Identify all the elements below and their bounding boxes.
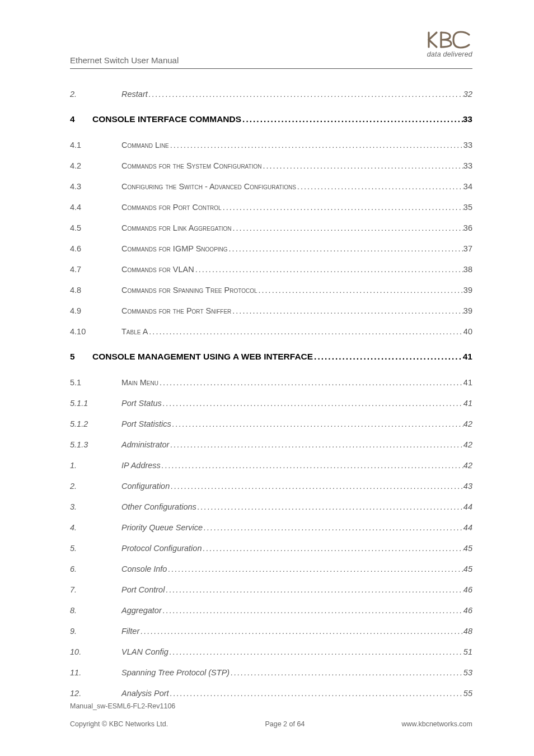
toc-entry-page: 42 (463, 419, 472, 428)
toc-entry: 2.Restart32 (70, 83, 472, 104)
toc-leader-dots (169, 141, 463, 150)
toc-entry-number: 12. (70, 689, 121, 698)
toc-entry-page: 44 (463, 523, 472, 532)
toc-entry: 10.VLAN Config51 (70, 641, 472, 662)
toc-entry: 11.Spanning Tree Protocol (STP)53 (70, 662, 472, 683)
toc-entry-label: Analysis Port (121, 689, 169, 698)
toc-entry: 5.1.2Port Statistics42 (70, 413, 472, 434)
toc-entry: 4.5Commands for Link Aggregation36 (70, 217, 472, 238)
toc-leader-dots (169, 689, 463, 698)
toc-entry-label: Restart (121, 90, 148, 99)
toc-entry: 5.1.1Port Status41 (70, 393, 472, 413)
toc-entry: 4.2Commands for the System Configuration… (70, 155, 472, 176)
toc-entry: 8.Aggregator46 (70, 600, 472, 620)
toc-entry-page: 42 (463, 440, 472, 449)
toc-leader-dots (203, 523, 463, 532)
toc-entry-label: Commands for Spanning Tree Protocol (121, 286, 257, 295)
toc-leader-dots (171, 419, 463, 428)
toc-entry-number: 5.1.3 (70, 440, 121, 449)
toc-entry-label: Table A (121, 327, 148, 336)
footer-revision: Manual_sw-ESML6-FL2-Rev1106 (70, 702, 472, 710)
toc-leader-dots (231, 306, 463, 315)
toc-entry: 5.Protocol Configuration45 (70, 538, 472, 558)
toc-entry-page: 39 (463, 306, 472, 315)
toc-entry-page: 44 (463, 502, 472, 511)
toc-entry-number: 6. (70, 564, 121, 573)
toc-entry-label: Port Statistics (121, 419, 171, 428)
toc-entry-number: 7. (70, 585, 121, 594)
toc-entry-page: 35 (463, 203, 472, 212)
toc-entry: 5CONSOLE MANAGEMENT USING A WEB INTERFAC… (70, 342, 472, 372)
toc-entry: 4.1Command Line33 (70, 134, 472, 155)
toc-entry-label: Command Line (121, 141, 169, 150)
toc-entry-page: 33 (463, 114, 472, 124)
toc-entry: 6.Console Info45 (70, 558, 472, 579)
toc-entry-page: 40 (463, 327, 472, 336)
toc-leader-dots (170, 482, 463, 491)
toc-entry: 4.4Commands for Port Control35 (70, 197, 472, 217)
toc-entry: 2.Configuration43 (70, 475, 472, 496)
toc-leader-dots (222, 203, 463, 212)
footer-copyright: Copyright © KBC Networks Ltd. (70, 720, 168, 728)
toc-entry-number: 9. (70, 627, 121, 636)
toc-entry-number: 4.4 (70, 203, 121, 212)
toc-entry-number: 4.3 (70, 182, 121, 191)
toc-entry-label: Spanning Tree Protocol (STP) (121, 668, 229, 677)
toc-entry-page: 41 (463, 378, 472, 387)
toc-leader-dots (229, 668, 463, 677)
toc-entry-label: CONSOLE MANAGEMENT USING A WEB INTERFACE (92, 352, 313, 362)
toc-leader-dots (232, 223, 463, 232)
toc-entry-label: Commands for IGMP Snooping (121, 244, 228, 253)
toc-entry-label: Commands for the Port Sniffer (121, 306, 231, 315)
toc-entry-page: 36 (463, 223, 472, 232)
toc-entry: 4.Priority Queue Service44 (70, 517, 472, 538)
toc-entry-number: 5 (70, 352, 92, 362)
toc-entry-number: 1. (70, 461, 121, 470)
toc-entry-number: 4.7 (70, 265, 121, 274)
toc-entry: 5.1.3Administrator42 (70, 434, 472, 455)
toc-entry-label: Configuring the Switch - Advanced Config… (121, 182, 296, 191)
toc-entry: 1.IP Address42 (70, 455, 472, 475)
toc-entry-number: 4.5 (70, 223, 121, 232)
toc-entry-page: 55 (463, 689, 472, 698)
table-of-contents: 2.Restart324CONSOLE INTERFACE COMMANDS33… (70, 83, 472, 703)
kbc-logo-icon (425, 30, 472, 49)
toc-entry-number: 4.9 (70, 306, 121, 315)
toc-entry-page: 41 (463, 399, 472, 408)
toc-entry-number: 4.1 (70, 141, 121, 150)
toc-entry: 4.8Commands for Spanning Tree Protocol39 (70, 279, 472, 300)
toc-entry-label: Commands for VLAN (121, 265, 194, 274)
toc-entry-label: VLAN Config (121, 647, 168, 656)
toc-entry-label: IP Address (121, 461, 161, 470)
toc-entry: 4.10Table A40 (70, 321, 472, 342)
toc-entry-label: Aggregator (121, 606, 162, 615)
toc-entry-page: 43 (463, 482, 472, 491)
toc-entry-label: Port Status (121, 399, 162, 408)
toc-leader-dots (257, 286, 463, 295)
toc-leader-dots (161, 461, 463, 470)
toc-entry-label: Commands for Link Aggregation (121, 223, 232, 232)
toc-entry-number: 4.2 (70, 161, 121, 170)
footer-page-number: Page 2 of 64 (265, 720, 305, 728)
toc-entry-label: Commands for the System Configuration (121, 161, 261, 170)
toc-entry-label: Main Menu (121, 378, 158, 387)
toc-entry-number: 5.1 (70, 378, 121, 387)
logo-tagline: data delivered (425, 50, 472, 58)
toc-entry-page: 45 (463, 564, 472, 573)
toc-entry-page: 33 (463, 161, 472, 170)
page-footer: Manual_sw-ESML6-FL2-Rev1106 Copyright © … (70, 702, 472, 728)
toc-entry: 4.9Commands for the Port Sniffer39 (70, 300, 472, 321)
document-page: Ethernet Switch User Manual data deliver… (0, 0, 534, 756)
toc-leader-dots (165, 585, 463, 594)
toc-entry-number: 4.6 (70, 244, 121, 253)
toc-entry: 7.Port Control46 (70, 579, 472, 600)
toc-entry: 4.6Commands for IGMP Snooping37 (70, 238, 472, 259)
toc-entry-label: Configuration (121, 482, 170, 491)
toc-leader-dots (241, 114, 463, 124)
toc-entry-page: 48 (463, 627, 472, 636)
toc-leader-dots (148, 327, 463, 336)
toc-leader-dots (169, 440, 463, 449)
toc-entry-number: 11. (70, 668, 121, 677)
toc-leader-dots (261, 161, 463, 170)
toc-entry-page: 46 (463, 606, 472, 615)
